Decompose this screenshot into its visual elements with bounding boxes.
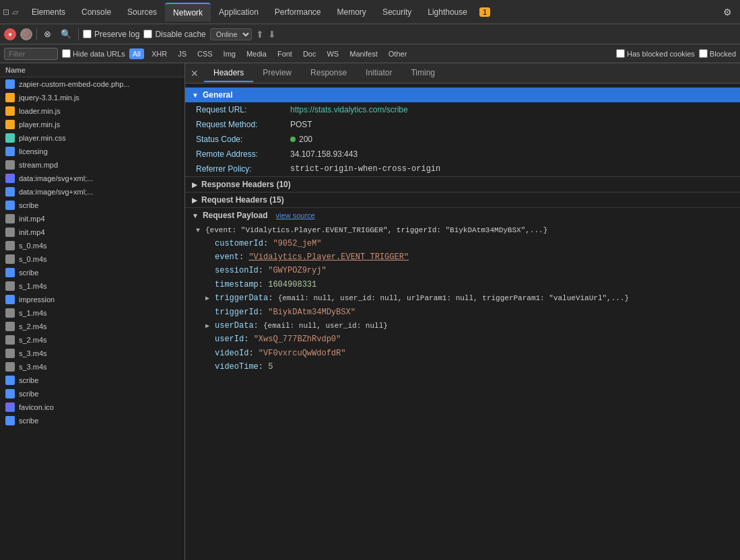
file-type-icon [5,281,15,291]
tab-sources[interactable]: Sources [119,3,165,21]
filter-js-button[interactable]: JS [174,48,190,59]
list-item[interactable]: player.min.js [0,118,184,131]
list-item[interactable]: s_3.m4s [0,347,184,360]
json-val-sessionid: "GWYPOZ9ryj" [268,264,326,277]
json-leaf-indent-3 [205,265,213,277]
list-item[interactable]: scribe [0,266,184,279]
status-code-row: Status Code: 200 [185,132,740,147]
list-item[interactable]: init.mp4 [0,212,184,225]
json-leaf-indent-2 [205,252,213,263]
import-button[interactable]: ⬆ [256,29,264,40]
hide-data-urls-label[interactable]: Hide data URLs [62,49,125,58]
list-item[interactable]: stream.mpd [0,158,184,172]
referrer-policy-value: strict-origin-when-cross-origin [290,163,440,175]
tab-initiator[interactable]: Initiator [356,65,401,82]
preserve-log-label[interactable]: Preserve log [83,30,139,39]
tab-elements[interactable]: Elements [24,3,73,21]
list-item[interactable]: s_1.m4s [0,279,184,293]
filter-xhr-button[interactable]: XHR [148,48,170,59]
hide-data-urls-checkbox[interactable] [62,49,71,58]
json-root-expand[interactable]: ▼ [196,225,204,236]
has-blocked-cookies-checkbox[interactable] [616,49,625,58]
tab-lighthouse[interactable]: Lighthouse [419,3,475,21]
list-item[interactable]: scribe [0,199,184,212]
filter-css-button[interactable]: CSS [194,48,216,59]
json-videoid-row: videoId : "VF0vxrcuQwWdofdR" [196,347,729,360]
filter-manifest-button[interactable]: Manifest [346,48,381,59]
blocked-label[interactable]: Blocked [699,49,736,58]
json-videotime-row: videoTime : 5 [196,360,729,374]
list-item[interactable]: loader.min.js [0,104,184,118]
tab-timing[interactable]: Timing [401,65,444,82]
tab-application[interactable]: Application [211,3,267,21]
payload-arrow: ▼ [192,212,199,219]
list-item[interactable]: s_2.m4s [0,320,184,333]
list-item[interactable]: favicon.ico [0,400,184,414]
general-section-header[interactable]: ▼ General [185,88,740,102]
filter-other-button[interactable]: Other [385,48,411,59]
record-button[interactable]: ● [4,28,16,40]
preserve-log-checkbox[interactable] [83,30,92,38]
tab-response[interactable]: Response [301,65,356,82]
disable-cache-label[interactable]: Disable cache [143,30,205,39]
list-item[interactable]: jquery-3.3.1.min.js [0,91,184,104]
clear-button[interactable]: 🚫 [20,28,32,40]
filter-input[interactable] [4,48,58,60]
request-headers-section-header[interactable]: ▶ Request Headers (15) [185,192,740,207]
filter-all-button[interactable]: All [129,48,144,59]
response-headers-section-header[interactable]: ▶ Response Headers (10) [185,176,740,192]
list-item[interactable]: scribe [0,387,184,400]
throttle-select[interactable]: Online [210,28,252,40]
list-item[interactable]: data:image/svg+xml;... [0,172,184,185]
filter-font-button[interactable]: Font [274,48,296,59]
list-item[interactable]: licensing [0,145,184,158]
list-item[interactable]: player.min.css [0,131,184,145]
tab-performance[interactable]: Performance [267,3,329,21]
move-icon[interactable]: ⊡ [3,7,9,17]
list-item[interactable]: impression [0,293,184,306]
list-item[interactable]: zapier-custom-embed-code.php... [0,77,184,91]
view-source-link[interactable]: view source [276,211,315,219]
file-type-icon [5,241,15,250]
disable-cache-checkbox[interactable] [143,30,152,38]
json-key-timestamp: timestamp [215,278,259,291]
device-icon[interactable]: ▱ [12,7,18,17]
filter-doc-button[interactable]: Doc [300,48,320,59]
filter-blocked-area: Has blocked cookies Blocked [616,49,736,58]
blocked-checkbox[interactable] [699,49,708,58]
json-userdata-expand[interactable]: ▶ [205,320,213,332]
list-item[interactable]: s_2.m4s [0,333,184,347]
json-key-userid: userId [215,332,244,346]
list-item[interactable]: s_3.m4s [0,360,184,374]
list-item[interactable]: s_0.m4s [0,252,184,266]
tab-preview[interactable]: Preview [253,65,301,82]
filter-img-button[interactable]: Img [220,48,239,59]
list-item[interactable]: s_0.m4s [0,239,184,252]
tab-memory[interactable]: Memory [329,3,374,21]
tab-headers[interactable]: Headers [204,65,253,82]
file-type-icon [5,335,15,345]
list-item[interactable]: scribe [0,374,184,387]
search-icon[interactable]: 🔍 [58,28,74,40]
export-button[interactable]: ⬇ [268,29,276,40]
request-payload-header[interactable]: ▼ Request Payload view source [185,207,740,223]
panel-close-button[interactable]: ✕ [188,67,201,80]
list-item[interactable]: init.mp4 [0,225,184,239]
has-blocked-cookies-label[interactable]: Has blocked cookies [616,49,695,58]
tab-network[interactable]: Network [165,3,211,22]
filter-media-button[interactable]: Media [243,48,270,59]
general-expand-arrow: ▼ [192,92,199,99]
tab-security[interactable]: Security [374,3,419,21]
filter-ws-button[interactable]: WS [323,48,342,59]
list-item[interactable]: data:image/svg+xml;... [0,185,184,199]
list-item[interactable]: s_1.m4s [0,306,184,320]
settings-gear-icon[interactable]: ⚙ [718,4,737,20]
list-item[interactable]: scribe [0,414,184,427]
panel-content: ▼ General Request URL: https://stats.vid… [185,83,740,560]
filter-icon[interactable]: ⊗ [41,28,54,40]
tab-console[interactable]: Console [73,3,119,21]
json-leaf-indent-8 [205,361,213,373]
json-val-videotime: 5 [268,360,273,374]
json-triggerdata-expand[interactable]: ▶ [205,293,213,304]
file-type-icon [5,254,15,264]
